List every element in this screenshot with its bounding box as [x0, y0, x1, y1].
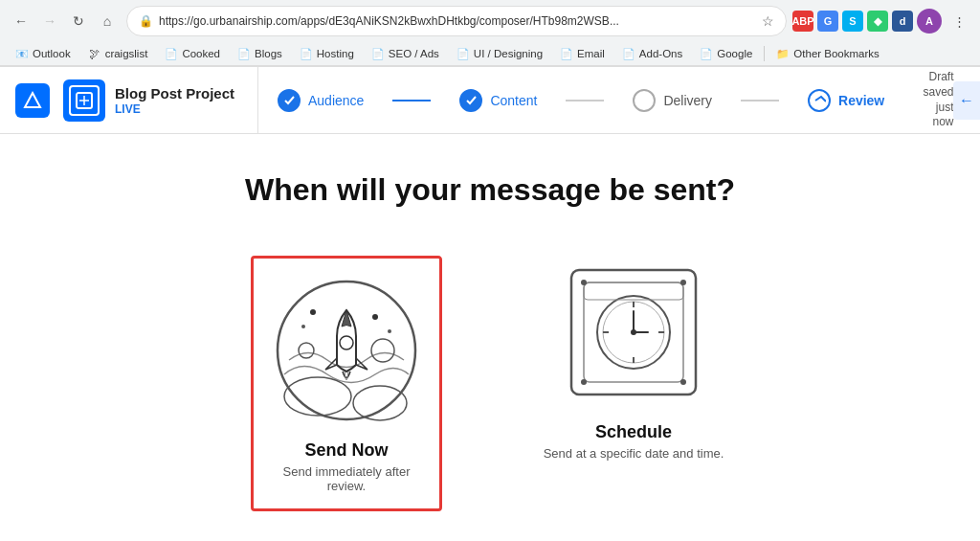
project-info: Blog Post Project LIVE [115, 85, 234, 116]
bookmark-google[interactable]: 📄 Google [692, 45, 760, 62]
svg-point-28 [581, 379, 587, 385]
svg-marker-0 [25, 93, 40, 107]
draft-status: Draft saved just now [915, 70, 953, 129]
lock-icon: 🔒 [139, 14, 153, 28]
step-circle-content [459, 89, 482, 112]
bookmark-label: UI / Designing [474, 48, 543, 59]
bookmark-craigslist[interactable]: 🕊 craigslist [80, 45, 156, 62]
svg-point-9 [388, 329, 391, 333]
craigslist-icon: 🕊 [88, 47, 101, 60]
logo-inner [69, 85, 100, 116]
bookmark-label: Other Bookmarks [793, 48, 879, 59]
svg-point-11 [310, 309, 316, 315]
google-ext[interactable]: G [817, 11, 838, 32]
bookmark-outlook[interactable]: 📧 Outlook [8, 45, 78, 62]
addons-icon: 📄 [622, 47, 635, 60]
divider-2 [566, 100, 604, 101]
nav-buttons: ← → ↻ ⌂ [8, 8, 121, 34]
browser-toolbar: ← → ↻ ⌂ 🔒 https://go.urbanairship.com/ap… [0, 0, 980, 42]
ext4[interactable]: ◆ [867, 11, 888, 32]
address-bar[interactable]: 🔒 https://go.urbanairship.com/apps/dE3qA… [126, 6, 787, 36]
blogs-icon: 📄 [237, 47, 251, 60]
schedule-icon [557, 256, 710, 409]
bookmark-label: Blogs [255, 48, 282, 59]
step-review[interactable]: Review [808, 89, 884, 112]
svg-point-6 [353, 386, 407, 420]
forward-button[interactable]: → [36, 8, 63, 34]
send-now-icon [270, 274, 423, 427]
browser-chrome: ← → ↻ ⌂ 🔒 https://go.urbanairship.com/ap… [0, 0, 980, 67]
outlook-icon: 📧 [15, 47, 29, 60]
schedule-title: Schedule [595, 422, 672, 442]
project-name: Blog Post Project [115, 85, 234, 102]
bookmark-blogs[interactable]: 📄 Blogs [230, 45, 290, 62]
step-delivery[interactable]: Delivery [633, 89, 712, 112]
star-icon: ☆ [762, 13, 774, 29]
folder-icon: 📁 [776, 47, 790, 60]
step-content[interactable]: Content [459, 89, 537, 112]
step-circle-review [808, 89, 831, 112]
main-content: When will your message be sent? [0, 134, 980, 541]
svg-point-29 [680, 379, 686, 385]
bookmark-label: craigslist [105, 48, 148, 59]
url-text: https://go.urbanairship.com/apps/dE3qANi… [159, 14, 756, 28]
bookmark-addons[interactable]: 📄 Add-Ons [614, 45, 690, 62]
step-audience[interactable]: Audience [278, 89, 364, 112]
svg-point-8 [372, 314, 378, 320]
back-button[interactable]: ← [8, 8, 34, 34]
svg-point-27 [680, 280, 686, 285]
ui-icon: 📄 [457, 47, 470, 60]
step-circle-delivery [633, 89, 656, 112]
svg-point-10 [301, 325, 305, 328]
step-label-audience: Audience [308, 93, 364, 108]
email-icon: 📄 [560, 47, 573, 60]
bookmark-label: Google [717, 48, 752, 59]
schedule-subtitle: Send at a specific date and time. [544, 446, 724, 461]
menu-button[interactable]: ⋮ [946, 8, 972, 34]
schedule-card[interactable]: Schedule Send at a specific date and tim… [538, 256, 729, 461]
seo-icon: 📄 [371, 47, 385, 60]
bookmark-seo[interactable]: 📄 SEO / Ads [364, 45, 447, 62]
dl-ext[interactable]: d [892, 11, 913, 32]
bookmark-ui[interactable]: 📄 UI / Designing [449, 45, 550, 62]
logo-area: Blog Post Project LIVE [0, 67, 258, 133]
svg-point-26 [581, 280, 587, 285]
svg-point-13 [299, 343, 314, 358]
bookmarks-bar: 📧 Outlook 🕊 craigslist 📄 Cooked 📄 Blogs … [0, 42, 980, 66]
svg-rect-25 [584, 282, 683, 300]
abp-ext[interactable]: ABP [792, 11, 813, 32]
home-button[interactable]: ⌂ [94, 8, 121, 34]
project-logo [63, 79, 105, 122]
bookmark-label: Outlook [33, 48, 71, 59]
bookmark-label: Cooked [182, 48, 220, 59]
svg-point-7 [340, 336, 353, 349]
divider-1 [392, 100, 431, 101]
bookmark-label: Add-Ons [639, 48, 682, 59]
send-now-card[interactable]: Send Now Send immediately after review. [251, 256, 442, 511]
google-bk-icon: 📄 [700, 47, 713, 60]
bookmark-label: Email [577, 48, 605, 59]
bookmark-cooked[interactable]: 📄 Cooked [157, 45, 228, 62]
reload-button[interactable]: ↻ [65, 8, 92, 34]
bookmark-other[interactable]: 📁 Other Bookmarks [768, 45, 886, 62]
step-circle-audience [278, 89, 301, 112]
avatar-icon[interactable]: A [917, 9, 942, 34]
arrow-left-icon: ← [959, 92, 974, 109]
back-panel-arrow[interactable]: ← [953, 81, 980, 120]
cooked-icon: 📄 [165, 47, 178, 60]
page-title: When will your message be sent? [245, 172, 735, 208]
svg-point-12 [371, 339, 394, 362]
bookmark-label: SEO / Ads [389, 48, 439, 59]
bookmark-label: Hosting [317, 48, 354, 59]
hosting-icon: 📄 [300, 47, 313, 60]
bookmark-hosting[interactable]: 📄 Hosting [292, 45, 362, 62]
skype-ext[interactable]: S [842, 11, 863, 32]
browser-extensions: ABP G S ◆ d A ⋮ [792, 8, 972, 34]
bookmark-email[interactable]: 📄 Email [552, 45, 612, 62]
app-header: Blog Post Project LIVE Audience Content … [0, 67, 980, 134]
ua-logo[interactable] [15, 83, 50, 118]
step-label-review: Review [838, 93, 884, 108]
cards-container: Send Now Send immediately after review. [251, 256, 729, 511]
divider-3 [741, 100, 779, 101]
step-label-content: Content [490, 93, 537, 108]
